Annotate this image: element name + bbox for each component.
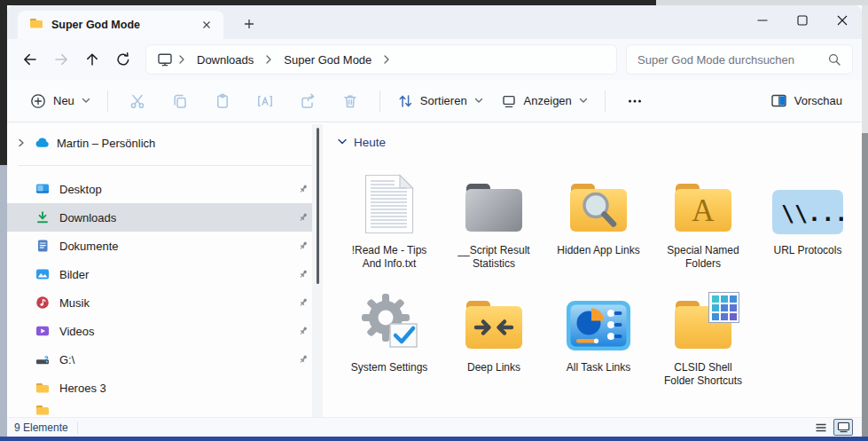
cut-icon[interactable] [120, 85, 155, 117]
documents-icon [35, 239, 50, 253]
delete-icon[interactable] [332, 85, 368, 117]
breadcrumb-downloads[interactable]: Downloads [191, 50, 260, 70]
folder-magnifier-icon [570, 181, 627, 234]
downloads-icon [35, 210, 50, 224]
all-tasks-icon [567, 300, 630, 351]
folder-grid-icon [675, 298, 731, 351]
sidebar-root-label: Martin – Persönlich [57, 137, 155, 150]
pin-icon [298, 354, 309, 367]
chevron-right-icon[interactable] [381, 54, 392, 65]
chevron-down-icon[interactable] [337, 138, 348, 146]
share-icon[interactable] [290, 85, 325, 117]
file-list-pane: Heute !Read Me - Tips And Info.txt [323, 122, 862, 417]
pin-icon [298, 212, 309, 225]
background-window-edge [0, 165, 7, 437]
background-window-edge [0, 5, 7, 165]
back-button[interactable] [14, 44, 45, 75]
file-hidden-app-links[interactable]: Hidden App Links [546, 163, 651, 280]
status-divider [77, 421, 78, 434]
minimize-button[interactable] [742, 5, 782, 35]
file-url-protocols[interactable]: \\... URL Protocols [755, 163, 860, 280]
group-header-today[interactable]: Heute [337, 133, 862, 151]
new-tab-button[interactable] [236, 11, 262, 37]
sidebar-item-partial[interactable] [7, 402, 323, 417]
breadcrumb: Downloads Super God Mode [145, 44, 617, 75]
close-tab-icon[interactable] [197, 15, 216, 35]
sidebar-item-pictures[interactable]: Bilder [7, 260, 323, 288]
sidebar-item-desktop[interactable]: Desktop [7, 175, 323, 203]
gear-checkbox-icon [359, 291, 419, 351]
maximize-button[interactable] [782, 5, 822, 35]
folder-icon [29, 16, 43, 34]
chevron-right-icon [263, 54, 274, 65]
background-window-edge [862, 133, 868, 437]
folder-arrows-icon [465, 298, 522, 351]
file-system-settings[interactable]: System Settings [337, 280, 442, 398]
sort-arrows-icon [397, 93, 413, 109]
sidebar-list: Desktop Downloads Dokumente Bilder [7, 175, 323, 417]
tab-super-god-mode[interactable]: Super God Mode [18, 11, 223, 39]
network-drive-icon [35, 352, 50, 366]
file-all-task-links[interactable]: All Task Links [546, 280, 651, 398]
chevron-right-icon[interactable] [16, 138, 27, 148]
file-explorer-window: Super God Mode [7, 5, 862, 437]
copy-icon[interactable] [162, 85, 198, 117]
this-pc-icon[interactable] [157, 51, 173, 67]
search-icon[interactable] [827, 52, 841, 67]
sidebar-item-music[interactable]: Musik [7, 288, 323, 317]
music-icon [35, 295, 50, 310]
view-toggles [814, 419, 855, 436]
file-deep-links[interactable]: Deep Links [442, 280, 546, 398]
paste-icon[interactable] [205, 85, 240, 117]
videos-icon [35, 324, 50, 338]
sidebar-scrollbar[interactable] [312, 124, 323, 417]
file-script-result-statistics[interactable]: __Script Result Statistics [442, 163, 546, 280]
desktop-icon [35, 182, 50, 196]
svg-text:\\...: \\... [781, 201, 843, 226]
large-icons-view-icon[interactable] [833, 419, 853, 436]
scrollbar-thumb[interactable] [317, 128, 319, 284]
more-options-icon[interactable] [617, 85, 653, 117]
refresh-icon[interactable] [107, 44, 138, 75]
sort-button[interactable]: Sortieren [388, 87, 492, 115]
sidebar-item-heroes-3[interactable]: Heroes 3 [7, 374, 323, 402]
file-clsid-shell-folder-shortcuts[interactable]: CLSID Shell Folder Shortcuts [651, 280, 755, 398]
sidebar: Martin – Persönlich Desktop Downloads Do… [7, 122, 323, 417]
forward-button[interactable] [45, 44, 76, 75]
file-readme-txt[interactable]: !Read Me - Tips And Info.txt [337, 163, 442, 280]
sidebar-item-onedrive[interactable]: Martin – Persönlich [7, 130, 323, 156]
toolbar-divider [605, 91, 606, 112]
breadcrumb-current-folder[interactable]: Super God Mode [278, 50, 378, 70]
preview-button[interactable]: Vorschau [763, 86, 849, 115]
window-controls [742, 5, 862, 35]
sidebar-item-documents[interactable]: Dokumente [7, 232, 323, 260]
rename-icon[interactable] [247, 85, 283, 117]
close-button[interactable] [822, 5, 862, 35]
list-view-icon[interactable] [814, 421, 828, 435]
sidebar-item-videos[interactable]: Videos [7, 317, 323, 345]
sidebar-item-drive-g[interactable]: G:\ [7, 345, 323, 374]
folder-icon [35, 381, 50, 395]
toolbar-divider [107, 91, 108, 112]
taskbar-edge [0, 437, 868, 441]
new-button[interactable]: Neu [21, 87, 99, 115]
up-button[interactable] [76, 44, 107, 75]
search-input[interactable] [637, 53, 820, 67]
url-protocols-icon: \\... [772, 190, 843, 234]
chevron-right-icon [176, 54, 187, 65]
gray-folder-icon [465, 181, 522, 234]
preview-pane-icon [770, 92, 787, 109]
search-box[interactable] [626, 44, 853, 75]
status-bar: 9 Elemente [7, 417, 862, 437]
address-bar: Downloads Super God Mode [7, 39, 862, 80]
view-button[interactable]: Anzeigen [492, 87, 597, 115]
chevron-down-icon [579, 98, 588, 104]
sidebar-item-downloads[interactable]: Downloads [7, 203, 323, 232]
sidebar-divider [18, 165, 312, 166]
converging-arrows-icon [473, 316, 514, 339]
file-special-named-folders[interactable]: A Special Named Folders [651, 163, 755, 280]
toolbar-divider [379, 91, 380, 112]
pin-icon [298, 297, 309, 311]
folder-letter-a-icon: A [675, 181, 731, 234]
color-grid-icon [708, 292, 739, 323]
